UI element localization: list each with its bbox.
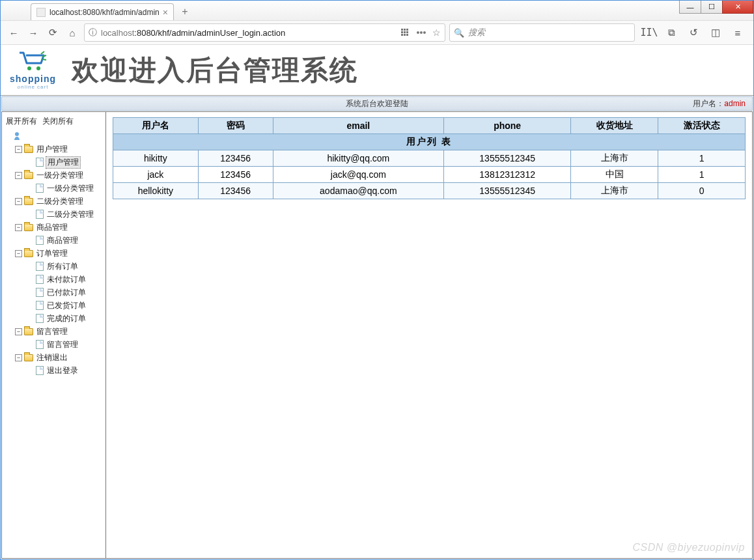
tree-folder-label: 订单管理 [36, 248, 68, 259]
table-header-row: 用户名密码emailphone收货地址激活状态 [113, 118, 746, 134]
tree-toggle-icon[interactable]: − [15, 198, 22, 205]
folder-icon [24, 172, 33, 179]
tree-folder[interactable]: −二级分类管理 [15, 195, 104, 208]
tree-item-label: 一级分类管理 [46, 183, 94, 194]
table-row[interactable]: hikitty123456hikitty@qq.com13555512345上海… [113, 150, 746, 167]
tree-root[interactable] [3, 130, 104, 143]
tree-item[interactable]: 一级分类管理 [27, 182, 104, 195]
folder-icon [24, 146, 33, 153]
tree-item-label: 已付款订单 [46, 287, 87, 298]
file-icon [36, 158, 44, 167]
tree-item-label: 二级分类管理 [46, 209, 94, 220]
tree-folder-label: 一级分类管理 [36, 170, 84, 181]
menu-icon[interactable]: ≡ [730, 25, 746, 40]
table-header-cell: 激活状态 [658, 118, 746, 134]
logo-subtitle: online cart [18, 84, 49, 90]
tree-item[interactable]: 退出登录 [27, 364, 104, 377]
library-icon[interactable]: II\ [641, 25, 657, 40]
reload-button[interactable]: ⟳ [45, 25, 61, 40]
tree-toggle-icon[interactable]: − [15, 224, 22, 231]
screenshot-icon[interactable]: ⧉ [663, 25, 679, 40]
tree-toggle-icon[interactable]: − [15, 328, 22, 335]
header-banner: shopping online cart 欢迎进入后台管理系统 [1, 45, 753, 96]
file-icon [36, 262, 44, 271]
window-controls: — ☐ ✕ [680, 1, 753, 14]
page-actions-icon[interactable]: ••• [417, 27, 426, 38]
table-cell: jack [113, 167, 199, 183]
collapse-all-link[interactable]: 关闭所有 [42, 116, 74, 127]
search-bar[interactable]: 🔍 搜索 [449, 23, 635, 42]
site-info-icon[interactable]: ⓘ [89, 27, 97, 38]
tree-folder[interactable]: −商品管理 [15, 221, 104, 234]
window-close-button[interactable]: ✕ [722, 1, 753, 14]
tree-toggle-icon[interactable]: − [15, 250, 22, 257]
table-body: hikitty123456hikitty@qq.com13555512345上海… [113, 150, 746, 199]
tree-item[interactable]: 所有订单 [27, 260, 104, 273]
home-button[interactable]: ⌂ [64, 25, 80, 40]
tree-folder[interactable]: −一级分类管理 [15, 169, 104, 182]
table-cell: 0 [658, 183, 746, 199]
tree-toggle-icon[interactable]: − [15, 354, 22, 361]
tree-item[interactable]: 商品管理 [27, 234, 104, 247]
table-cell: 123456 [198, 183, 273, 199]
window-minimize-button[interactable]: — [679, 1, 701, 14]
qr-icon[interactable] [401, 28, 410, 37]
bookmark-star-icon[interactable]: ☆ [432, 27, 441, 38]
toolbar-right-icons: II\ ⧉ ↺ ◫ ≡ [639, 25, 748, 40]
tree-folder[interactable]: −用户管理 [15, 143, 104, 156]
file-icon [36, 236, 44, 245]
tree-item[interactable]: 用户管理 [27, 156, 104, 169]
browser-toolbar: ← → ⟳ ⌂ ⓘ localhost:8080/khf/admin/admin… [1, 20, 753, 45]
sync-icon[interactable]: ↺ [686, 25, 701, 40]
tree-toggle-icon[interactable]: − [15, 146, 22, 153]
table-cell: 1 [658, 150, 746, 167]
table-header-cell: 密码 [198, 118, 273, 134]
tree-item-label: 已发货订单 [46, 300, 87, 311]
file-icon [36, 184, 44, 193]
window-maximize-button[interactable]: ☐ [701, 1, 723, 14]
table-cell: 上海市 [571, 150, 658, 167]
tree-folder-label: 用户管理 [36, 144, 68, 155]
tree-toggle-icon[interactable]: − [15, 172, 22, 179]
url-bar[interactable]: ⓘ localhost:8080/khf/admin/adminUser_log… [84, 23, 445, 42]
file-icon [36, 210, 44, 219]
folder-icon [24, 354, 33, 361]
file-icon [36, 314, 44, 323]
nav-tree: −用户管理用户管理−一级分类管理一级分类管理−二级分类管理二级分类管理−商品管理… [3, 130, 104, 377]
tree-item-label: 所有订单 [46, 261, 79, 272]
tree-item-label: 商品管理 [46, 235, 79, 246]
url-text: localhost:8080/khf/admin/adminUser_login… [101, 28, 395, 38]
table-row[interactable]: hellokitty123456aodamao@qq.com1355551234… [113, 183, 746, 199]
back-button[interactable]: ← [6, 25, 21, 40]
tree-folder[interactable]: −订单管理 [15, 247, 104, 260]
tree-item[interactable]: 完成的订单 [27, 312, 104, 325]
file-icon [36, 366, 44, 375]
browser-tab[interactable]: localhost:8080/khf/admin/admin × [31, 3, 174, 20]
titlebar: localhost:8080/khf/admin/admin × + — ☐ ✕ [1, 1, 753, 20]
table-row[interactable]: jack123456jack@qq.com13812312312中国1 [113, 167, 746, 183]
tree-item[interactable]: 留言管理 [27, 338, 104, 351]
welcome-bar: 系统后台欢迎登陆 用户名：admin [1, 96, 753, 111]
tree-item[interactable]: 二级分类管理 [27, 208, 104, 221]
tree-folder[interactable]: −留言管理 [15, 325, 104, 338]
tree-folder[interactable]: −注销退出 [15, 351, 104, 364]
table-cell: hellokitty [113, 183, 199, 199]
expand-all-link[interactable]: 展开所有 [6, 116, 37, 127]
cart-icon [18, 50, 49, 74]
sidebar-toggle-icon[interactable]: ◫ [708, 25, 723, 40]
new-tab-button[interactable]: + [178, 5, 192, 19]
main-content: 用户列 表 用户名密码emailphone收货地址激活状态 hikitty123… [106, 112, 752, 558]
welcome-text: 系统后台欢迎登陆 [346, 98, 408, 109]
tree-item[interactable]: 已付款订单 [27, 286, 104, 299]
tree-item[interactable]: 未付款订单 [27, 273, 104, 286]
page: shopping online cart 欢迎进入后台管理系统 系统后台欢迎登陆… [1, 45, 753, 559]
table-cell: 13555512345 [444, 150, 571, 167]
tab-close-icon[interactable]: × [163, 7, 168, 18]
forward-button[interactable]: → [25, 25, 41, 40]
tree-item[interactable]: 已发货订单 [27, 299, 104, 312]
table-cell: hikitty [113, 150, 199, 167]
tab-title: localhost:8080/khf/admin/admin [49, 8, 160, 17]
browser-window: localhost:8080/khf/admin/admin × + — ☐ ✕… [0, 0, 754, 560]
sidebar: 展开所有 关闭所有 −用户管理用户管理−一级分类管理一级分类管理−二级分类管理二… [2, 112, 106, 558]
current-user: 用户名：admin [693, 98, 746, 109]
